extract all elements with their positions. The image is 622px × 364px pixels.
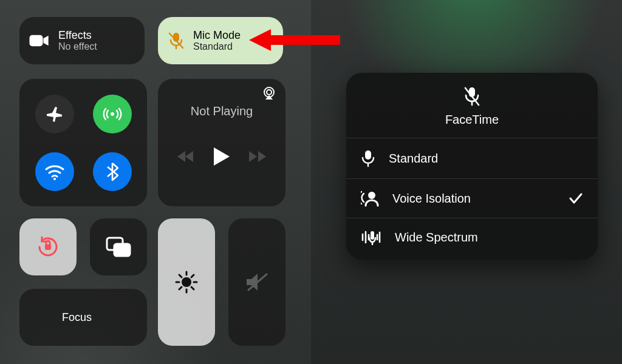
svg-line-17 bbox=[191, 287, 194, 289]
option-label: Standard bbox=[389, 152, 438, 166]
screen-mirroring-button[interactable] bbox=[90, 218, 147, 275]
now-playing-status: Not Playing bbox=[169, 104, 275, 118]
focus-button[interactable]: Focus bbox=[19, 289, 147, 346]
panel-app-name: FaceTime bbox=[445, 113, 499, 127]
airplay-icon[interactable] bbox=[261, 86, 277, 101]
mic-muted-icon bbox=[168, 32, 185, 50]
play-button[interactable] bbox=[214, 147, 230, 166]
mic-mode-title: Mic Mode bbox=[193, 29, 241, 42]
cellular-toggle[interactable] bbox=[93, 95, 132, 133]
svg-point-5 bbox=[53, 178, 56, 180]
svg-rect-22 bbox=[365, 150, 371, 160]
callout-arrow bbox=[249, 28, 340, 52]
svg-point-11 bbox=[182, 277, 191, 287]
effects-button[interactable]: Effects No effect bbox=[19, 17, 145, 64]
svg-line-19 bbox=[179, 287, 182, 289]
svg-point-7 bbox=[267, 90, 272, 95]
mic-option-standard[interactable]: Standard bbox=[346, 138, 598, 178]
mic-mode-panel: FaceTime Standard Voice Isolation bbox=[346, 73, 598, 260]
svg-point-4 bbox=[111, 112, 114, 116]
voice-isolation-icon bbox=[361, 190, 379, 207]
checkmark-icon bbox=[569, 192, 583, 204]
rotation-lock-toggle[interactable] bbox=[19, 218, 77, 275]
bluetooth-toggle[interactable] bbox=[93, 152, 132, 191]
wifi-toggle[interactable] bbox=[35, 152, 74, 191]
speaker-muted-icon bbox=[245, 272, 269, 292]
svg-rect-27 bbox=[371, 231, 374, 240]
moon-icon bbox=[33, 308, 51, 326]
connectivity-group[interactable] bbox=[19, 79, 147, 206]
microphone-icon bbox=[361, 149, 375, 167]
wide-spectrum-icon bbox=[361, 229, 381, 245]
svg-line-18 bbox=[191, 275, 194, 277]
camera-icon bbox=[29, 34, 50, 47]
mic-mode-subtitle: Standard bbox=[193, 41, 241, 52]
option-label: Wide Spectrum bbox=[395, 231, 478, 244]
media-controls[interactable]: Not Playing bbox=[158, 79, 285, 206]
mic-option-wide-spectrum[interactable]: Wide Spectrum bbox=[346, 218, 598, 256]
svg-marker-3 bbox=[249, 29, 271, 51]
sun-icon bbox=[175, 271, 198, 294]
mic-mode-text: Mic Mode Standard bbox=[193, 29, 241, 53]
svg-rect-0 bbox=[30, 35, 43, 46]
effects-subtitle: No effect bbox=[58, 41, 97, 52]
effects-title: Effects bbox=[58, 29, 97, 42]
svg-rect-10 bbox=[114, 244, 130, 256]
svg-point-23 bbox=[368, 192, 375, 199]
prev-track-button[interactable] bbox=[177, 150, 194, 163]
next-track-button[interactable] bbox=[249, 150, 266, 163]
airplane-mode-toggle[interactable] bbox=[35, 95, 74, 133]
focus-label: Focus bbox=[62, 311, 92, 324]
option-label: Voice Isolation bbox=[392, 192, 471, 206]
volume-slider[interactable] bbox=[228, 218, 285, 346]
mic-option-voice-isolation[interactable]: Voice Isolation bbox=[346, 178, 598, 218]
effects-text: Effects No effect bbox=[58, 29, 97, 53]
mic-muted-icon bbox=[463, 86, 481, 107]
svg-line-16 bbox=[179, 275, 182, 277]
brightness-slider[interactable] bbox=[158, 218, 215, 346]
